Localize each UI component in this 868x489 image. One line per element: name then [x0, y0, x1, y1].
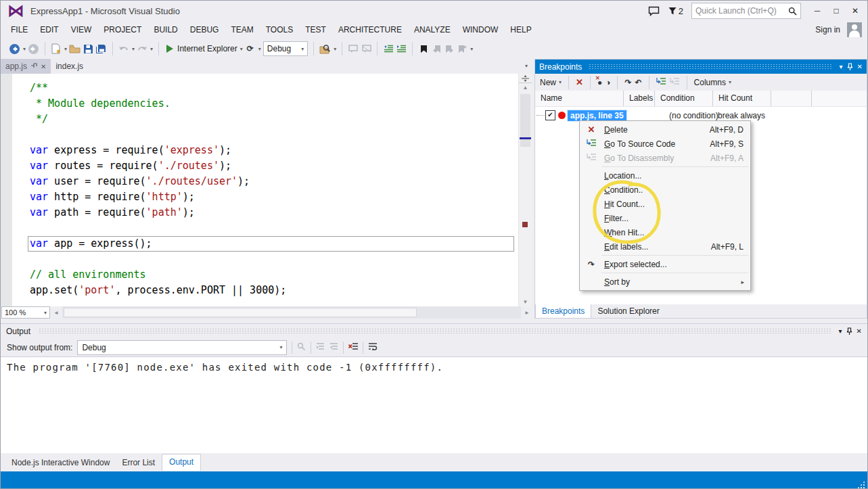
column-header-name[interactable]: Name	[535, 91, 624, 106]
maximize-button[interactable]: □	[828, 6, 844, 16]
menu-project[interactable]: PROJECT	[97, 22, 147, 38]
navigate-forward-icon[interactable]	[28, 43, 39, 55]
panel-close-icon[interactable]: ✕	[857, 63, 863, 70]
menu-item-delete[interactable]: ✕DeleteAlt+F9, D	[580, 122, 750, 137]
minimize-button[interactable]: ─	[809, 6, 825, 16]
column-header-labels[interactable]: Labels	[624, 91, 655, 106]
menu-item-location[interactable]: Location...	[580, 168, 750, 183]
code-text[interactable]: /** * Module dependencies. */var express…	[1, 80, 519, 298]
breakpoints-panel-titlebar[interactable]: Breakpoints ▾ ✕	[535, 60, 867, 74]
output-options-caret[interactable]: ▾	[839, 327, 842, 335]
code-line[interactable]	[30, 252, 519, 267]
save-all-icon[interactable]	[95, 43, 107, 55]
increase-indent-icon[interactable]	[396, 43, 407, 55]
clear-all-icon[interactable]	[348, 342, 358, 353]
browser-target-label[interactable]: Internet Explorer	[177, 44, 237, 53]
find-message-icon[interactable]	[297, 342, 306, 353]
code-line[interactable]: var express = require('express');	[30, 143, 519, 158]
output-close-icon[interactable]: ✕	[856, 327, 862, 335]
column-header-condition[interactable]: Condition	[655, 91, 713, 106]
split-editor-handle[interactable]	[519, 74, 532, 83]
code-line[interactable]	[30, 220, 519, 236]
go-to-disassembly-toolbar-icon[interactable]	[670, 77, 680, 88]
tab-close-icon[interactable]: ✕	[41, 63, 46, 70]
undo-icon[interactable]	[118, 43, 129, 55]
bottom-tab-node-js-interactive-window[interactable]: Node.js Interactive Window	[6, 455, 115, 471]
next-bookmark-icon[interactable]	[444, 43, 455, 55]
menu-build[interactable]: BUILD	[147, 22, 183, 38]
code-line[interactable]: // all environments	[30, 267, 519, 283]
start-debug-icon[interactable]	[164, 43, 175, 55]
menu-item-when-hit[interactable]: When Hit...	[580, 225, 750, 239]
columns-button[interactable]: Columns ▾	[694, 78, 731, 87]
code-editor[interactable]: /** * Module dependencies. */var express…	[1, 74, 532, 306]
previous-bookmark-icon[interactable]	[431, 43, 442, 55]
output-drag-grip[interactable]	[39, 328, 831, 334]
code-line[interactable]: /**	[30, 80, 519, 96]
breakpoint-name[interactable]: app.js, line 35	[568, 110, 626, 121]
scroll-right-arrow[interactable]: ►	[522, 310, 532, 316]
delete-all-breakpoints-icon[interactable]: ●✕	[597, 78, 602, 87]
menu-debug[interactable]: DEBUG	[184, 22, 225, 38]
code-line[interactable]: var http = require('http');	[30, 189, 519, 205]
code-line[interactable]: app.set('port', process.env.PORT || 3000…	[30, 283, 519, 298]
go-to-source-toolbar-icon[interactable]	[656, 77, 666, 88]
open-file-icon[interactable]	[69, 43, 81, 55]
notifications-filter[interactable]: 2	[668, 6, 683, 16]
menu-item-filter[interactable]: Filter...	[580, 211, 750, 225]
horizontal-scroll-thumb[interactable]	[64, 308, 417, 317]
panel-pin-icon[interactable]	[847, 63, 853, 71]
export-breakpoints-icon[interactable]: ↷	[624, 78, 631, 87]
delete-breakpoint-icon[interactable]: ✕	[576, 77, 583, 87]
breakpoint-checkbox[interactable]: ✔	[545, 110, 555, 120]
document-tab-index.js[interactable]: index.js	[51, 59, 88, 74]
navigate-back-caret[interactable]: ▾	[23, 46, 26, 52]
bottom-tab-error-list[interactable]: Error List	[116, 455, 160, 471]
code-line[interactable]: var user = require('./routes/user');	[30, 174, 519, 189]
undo-caret[interactable]: ▾	[132, 46, 135, 52]
menu-architecture[interactable]: ARCHITECTURE	[332, 22, 408, 38]
import-breakpoints-icon[interactable]: ↶	[635, 78, 642, 87]
decrease-indent-icon[interactable]	[383, 43, 394, 55]
output-text[interactable]: The program '[7760] node.exe' has exited…	[1, 356, 867, 453]
new-file-caret[interactable]: ▾	[64, 46, 67, 52]
bookmark-caret[interactable]: ▾	[470, 46, 473, 52]
scroll-left-arrow[interactable]: ◄	[51, 310, 61, 316]
comment-icon[interactable]	[348, 43, 359, 55]
menu-test[interactable]: TEST	[299, 22, 332, 38]
user-avatar[interactable]	[847, 22, 862, 37]
menu-edit[interactable]: EDIT	[34, 22, 64, 38]
sign-in-link[interactable]: Sign in	[815, 25, 840, 34]
find-caret[interactable]: ▾	[334, 46, 336, 52]
tab-list-caret[interactable]: ▾	[525, 63, 528, 69]
new-file-icon[interactable]	[51, 43, 62, 55]
output-source-select[interactable]: Debug ▾	[77, 340, 287, 355]
code-line[interactable]: */	[30, 112, 519, 127]
output-titlebar[interactable]: Output ▾ ✕	[1, 324, 867, 338]
uncomment-icon[interactable]	[361, 43, 371, 55]
menu-item-sort-by[interactable]: Sort by▸	[580, 275, 750, 289]
refresh-caret[interactable]: ▾	[258, 46, 261, 52]
scroll-up-arrow[interactable]: ▲	[519, 83, 532, 92]
feedback-icon[interactable]	[648, 5, 660, 17]
panel-tab-breakpoints[interactable]: Breakpoints	[535, 304, 591, 318]
code-line[interactable]: var path = require('path');	[30, 205, 519, 220]
menu-file[interactable]: FILE	[5, 22, 34, 38]
document-tab-app.js[interactable]: app.js✕	[1, 59, 51, 74]
output-pin-icon[interactable]	[846, 327, 852, 335]
refresh-icon[interactable]: ⟳	[245, 43, 256, 55]
redo-caret[interactable]: ▾	[150, 46, 153, 52]
menu-analyze[interactable]: ANALYZE	[408, 22, 457, 38]
previous-message-icon[interactable]	[316, 342, 325, 352]
tab-pin-icon[interactable]	[30, 62, 37, 71]
panel-drag-grip[interactable]	[589, 64, 832, 70]
menu-view[interactable]: VIEW	[65, 22, 98, 38]
clear-bookmarks-icon[interactable]	[457, 43, 467, 55]
word-wrap-icon[interactable]	[368, 342, 378, 352]
bottom-tab-output[interactable]: Output	[162, 454, 201, 471]
code-line[interactable]: * Module dependencies.	[30, 96, 519, 112]
code-line[interactable]	[30, 127, 519, 143]
menu-help[interactable]: HELP	[504, 22, 537, 38]
menu-item-export-selected[interactable]: ↷Export selected...	[580, 257, 750, 271]
editor-horizontal-scrollbar[interactable]	[62, 306, 521, 319]
